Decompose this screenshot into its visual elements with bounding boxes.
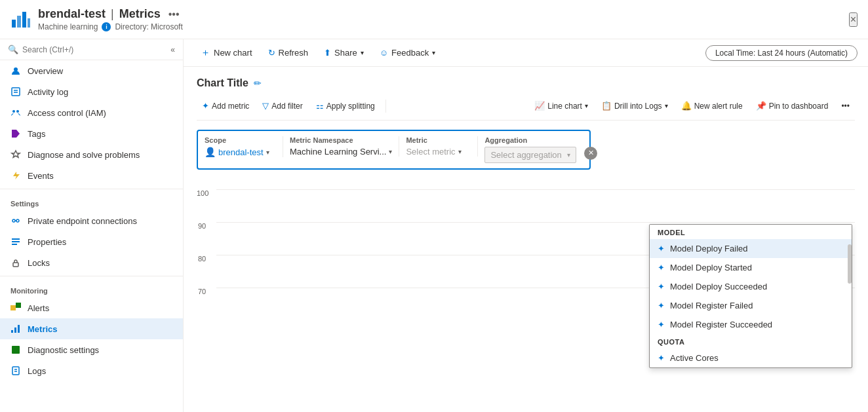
svg-rect-5 — [12, 88, 20, 96]
metric-placeholder: Select metric — [406, 147, 455, 157]
new-chart-button[interactable]: ＋ New chart — [194, 43, 259, 62]
pin-label: Pin to dashboard — [769, 102, 829, 111]
close-button[interactable]: × — [849, 12, 858, 27]
apply-splitting-label: Apply splitting — [326, 102, 375, 111]
pin-to-dashboard-button[interactable]: 📌 Pin to dashboard — [751, 98, 834, 113]
sidebar-item-access-control[interactable]: Access control (IAM) — [0, 102, 183, 123]
sidebar-item-diagnose[interactable]: Diagnose and solve problems — [0, 144, 183, 165]
search-icon: 🔍 — [8, 45, 18, 54]
svg-rect-19 — [11, 330, 13, 333]
more-options-button[interactable]: ••• — [836, 99, 855, 113]
metric-group: Metric Select metric ▾ — [399, 136, 478, 157]
private-endpoints-icon — [10, 215, 21, 226]
line-chart-button[interactable]: 📈 Line chart ▾ — [529, 98, 593, 113]
y-label-80: 80 — [198, 255, 206, 263]
dropdown-category-model: MODEL — [650, 225, 852, 239]
sidebar-item-events[interactable]: Events — [0, 165, 183, 186]
dropdown-item-model-deploy-started[interactable]: ✦ Model Deploy Started — [650, 258, 852, 277]
main-toolbar: ＋ New chart ↻ Refresh ⬆ Share ▾ ☺ Feedba… — [184, 39, 868, 67]
svg-point-8 — [12, 110, 15, 113]
namespace-group: Metric Namespace Machine Learning Servi.… — [283, 136, 399, 157]
svg-rect-21 — [18, 325, 20, 333]
svg-rect-1 — [17, 16, 21, 28]
refresh-button[interactable]: ↻ Refresh — [262, 45, 315, 61]
svg-rect-16 — [13, 263, 18, 267]
feedback-chevron-icon: ▾ — [432, 49, 435, 56]
subtitle-dir: Directory: Microsoft — [115, 22, 182, 31]
feedback-icon: ☺ — [380, 48, 388, 58]
sidebar-item-label: Locks — [28, 258, 50, 268]
namespace-value: Machine Learning Servi... — [290, 147, 386, 157]
add-metric-icon: ✦ — [202, 101, 209, 111]
svg-rect-0 — [12, 20, 16, 28]
y-label-70: 70 — [198, 288, 206, 295]
dropdown-item-model-register-failed[interactable]: ✦ Model Register Failed — [650, 296, 852, 315]
edit-title-icon[interactable]: ✏ — [254, 78, 262, 88]
divider — [0, 276, 183, 276]
divider — [0, 189, 183, 189]
dropdown-item-label: Model Deploy Started — [670, 263, 752, 272]
sidebar-item-overview[interactable]: Overview — [0, 60, 183, 81]
share-chevron-icon: ▾ — [361, 49, 364, 56]
dropdown-item-label: Model Register Succeeded — [670, 320, 772, 329]
sidebar-item-locks[interactable]: Locks — [0, 252, 183, 273]
share-button[interactable]: ⬆ Share ▾ — [317, 45, 370, 61]
add-metric-button[interactable]: ✦ Add metric — [197, 98, 254, 113]
dropdown-item-active-cores[interactable]: ✦ Active Cores — [650, 348, 852, 367]
refresh-label: Refresh — [279, 48, 309, 58]
apply-splitting-button[interactable]: ⚏ Apply splitting — [311, 98, 380, 113]
metric-dropdown[interactable]: Select metric ▾ — [406, 147, 471, 157]
metric-label: Metric — [406, 136, 471, 144]
sidebar-item-metrics[interactable]: Metrics — [0, 318, 183, 339]
toolbar-separator — [385, 100, 386, 113]
namespace-dropdown[interactable]: Machine Learning Servi... ▾ — [290, 147, 392, 157]
collapse-icon[interactable]: « — [170, 45, 175, 54]
svg-point-10 — [12, 219, 15, 222]
tags-icon — [10, 128, 21, 139]
share-icon: ⬆ — [324, 48, 331, 58]
line-chart-chevron: ▾ — [585, 102, 588, 109]
more-options-icon[interactable]: ••• — [168, 9, 180, 20]
svg-point-9 — [16, 110, 19, 113]
sidebar-item-activity-log[interactable]: Activity log — [0, 81, 183, 102]
app-logo — [10, 9, 31, 30]
svg-rect-2 — [22, 12, 26, 28]
search-input[interactable] — [22, 45, 167, 54]
sidebar-item-tags[interactable]: Tags — [0, 123, 183, 144]
dropdown-category-quota: QUOTA — [650, 334, 852, 348]
apply-splitting-icon: ⚏ — [316, 101, 324, 111]
sidebar-item-private-endpoints[interactable]: Private endpoint connections — [0, 210, 183, 231]
svg-rect-14 — [12, 241, 20, 242]
page-title: Metrics — [119, 7, 161, 21]
dropdown-item-model-deploy-failed[interactable]: ✦ Model Deploy Failed — [650, 239, 852, 258]
dropdown-item-model-deploy-succeeded[interactable]: ✦ Model Deploy Succeeded — [650, 277, 852, 296]
scrollbar[interactable] — [848, 244, 852, 284]
info-icon[interactable]: i — [102, 22, 111, 31]
drill-logs-icon: 📋 — [601, 101, 612, 111]
chart-area: Chart Title ✏ ✦ Add metric ▽ Add filter … — [184, 67, 868, 412]
share-label: Share — [334, 48, 357, 58]
sidebar-item-alerts[interactable]: Alerts — [0, 297, 183, 318]
clear-metric-button[interactable]: ✕ — [584, 147, 597, 160]
agg-chevron: ▾ — [567, 151, 570, 159]
line-chart-label: Line chart — [547, 102, 582, 111]
feedback-button[interactable]: ☺ Feedback ▾ — [373, 45, 442, 61]
time-range-button[interactable]: Local Time: Last 24 hours (Automatic) — [705, 45, 858, 61]
main-content: ＋ New chart ↻ Refresh ⬆ Share ▾ ☺ Feedba… — [184, 39, 868, 412]
new-chart-label: New chart — [214, 48, 252, 58]
sidebar-item-diagnostic-settings[interactable]: Diagnostic settings — [0, 339, 183, 360]
sidebar-item-logs[interactable]: Logs — [0, 360, 183, 381]
sidebar-item-label: Properties — [28, 237, 66, 247]
dropdown-item-model-register-succeeded[interactable]: ✦ Model Register Succeeded — [650, 315, 852, 334]
new-alert-rule-button[interactable]: 🔔 New alert rule — [676, 98, 748, 113]
svg-rect-22 — [12, 346, 20, 354]
sidebar-item-properties[interactable]: Properties — [0, 231, 183, 252]
scope-label: Scope — [205, 136, 276, 144]
drill-into-logs-button[interactable]: 📋 Drill into Logs ▾ — [596, 98, 673, 113]
settings-section-label: Settings — [0, 192, 183, 210]
add-filter-button[interactable]: ▽ Add filter — [257, 98, 307, 113]
scope-chevron[interactable]: ▾ — [266, 149, 269, 156]
dropdown-item-label: Model Register Failed — [670, 301, 753, 310]
scope-value: brendal-test — [218, 147, 264, 157]
metric-item-icon: ✦ — [658, 282, 665, 291]
